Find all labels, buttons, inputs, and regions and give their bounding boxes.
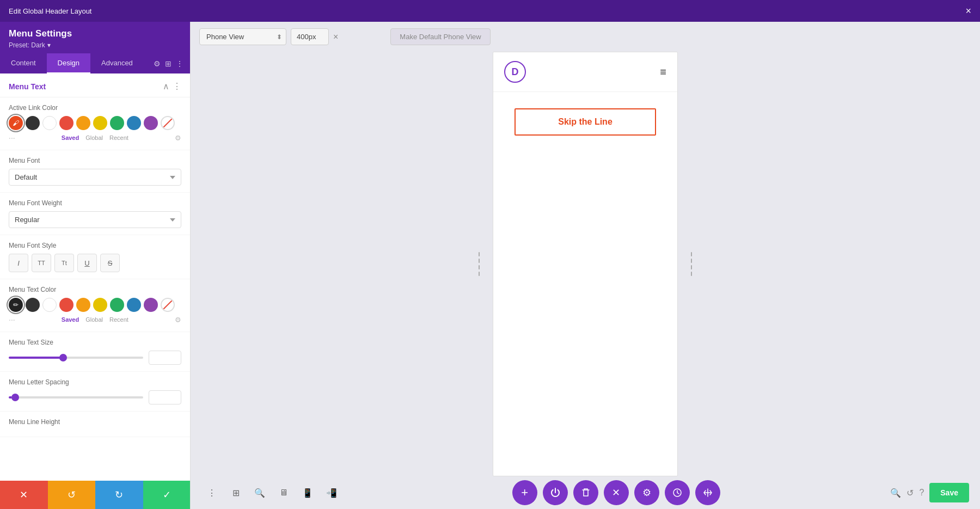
menu-font-weight-row: Menu Font Weight Regular xyxy=(0,193,190,235)
close-button[interactable]: × xyxy=(965,5,971,17)
resize-handle-left[interactable] xyxy=(476,248,482,280)
color-swatch-orange[interactable] xyxy=(76,116,90,130)
menu-font-weight-select[interactable]: Regular xyxy=(9,211,181,228)
save-button[interactable]: Save xyxy=(929,483,969,502)
panel-tabs: Content Design Advanced ⚙ ⊞ ⋮ xyxy=(0,53,190,73)
menu-text-color-black[interactable] xyxy=(26,298,40,312)
more-colors-icon[interactable]: ··· xyxy=(9,133,15,142)
settings-fab-button[interactable]: ⚙ xyxy=(634,480,659,505)
color-swatch-red[interactable] xyxy=(59,116,74,130)
capitalize-button[interactable]: Tt xyxy=(54,254,74,272)
resize-dot xyxy=(479,259,480,263)
text-color-tab-global[interactable]: Global xyxy=(85,316,103,323)
menu-text-color-active[interactable]: ✏ xyxy=(9,298,23,312)
resize-dot xyxy=(479,272,480,276)
letter-spacing-slider[interactable] xyxy=(9,396,143,398)
trash-button[interactable] xyxy=(573,480,598,505)
color-swatch-white[interactable] xyxy=(42,116,57,130)
phone-view-button[interactable]: 📲 xyxy=(321,482,342,503)
columns-icon[interactable]: ⊞ xyxy=(165,59,171,68)
cancel-button[interactable]: ✕ xyxy=(0,481,48,509)
text-color-tab-saved[interactable]: Saved xyxy=(62,316,79,323)
px-input[interactable]: 400px xyxy=(291,28,329,45)
resize-handle-right[interactable] xyxy=(689,248,694,280)
more-colors-text-icon[interactable]: ··· xyxy=(9,315,15,324)
color-swatch-black[interactable] xyxy=(26,116,40,130)
logo-letter: D xyxy=(512,66,519,78)
color-settings-icon[interactable]: ⚙ xyxy=(175,134,181,142)
letter-spacing-value[interactable]: 0px xyxy=(149,390,181,404)
view-select-wrapper: Phone View ⬍ xyxy=(199,28,286,45)
menu-line-height-label: Menu Line Height xyxy=(9,418,181,426)
italic-button[interactable]: I xyxy=(9,254,28,272)
panel-header: Menu Settings Preset: Dark ▾ xyxy=(0,22,190,53)
close-fab-button[interactable]: ✕ xyxy=(604,480,629,505)
tab-content[interactable]: Content xyxy=(0,53,47,73)
title-bar: Edit Global Header Layout × xyxy=(0,0,980,22)
color-swatch-yellow[interactable] xyxy=(93,116,107,130)
undo-right-icon[interactable]: ↺ xyxy=(906,488,914,498)
search-toolbar-button[interactable]: 🔍 xyxy=(249,482,270,503)
color-tabs-active: ··· Saved Global Recent ⚙ xyxy=(9,130,181,143)
text-color-tab-recent[interactable]: Recent xyxy=(109,316,128,323)
text-size-slider-row: 17px xyxy=(9,351,181,365)
clock-fab-button[interactable] xyxy=(665,480,690,505)
make-default-button[interactable]: Make Default Phone View xyxy=(390,28,490,45)
menu-text-color-purple[interactable] xyxy=(144,298,158,312)
underline-button[interactable]: U xyxy=(77,254,97,272)
color-tab-saved[interactable]: Saved xyxy=(62,134,79,141)
menu-text-color-red[interactable] xyxy=(59,298,74,312)
redo-button[interactable]: ↻ xyxy=(95,481,143,509)
collapse-icon[interactable]: ∧ xyxy=(163,81,169,91)
menu-text-color-white[interactable] xyxy=(42,298,57,312)
menu-font-style-row: Menu Font Style I TT Tt U S xyxy=(0,235,190,279)
confirm-button[interactable]: ✓ xyxy=(143,481,191,509)
dots-menu-button[interactable]: ⋮ xyxy=(201,482,222,503)
menu-text-color-blue[interactable] xyxy=(127,298,141,312)
menu-font-select[interactable]: Default xyxy=(9,169,181,186)
menu-text-color-green[interactable] xyxy=(110,298,124,312)
menu-text-color-orange[interactable] xyxy=(76,298,90,312)
resize-dot xyxy=(691,252,692,256)
arrows-icon xyxy=(703,488,713,498)
more-icon[interactable]: ⋮ xyxy=(176,59,183,68)
color-tab-global[interactable]: Global xyxy=(85,134,103,141)
tab-advanced[interactable]: Advanced xyxy=(90,53,144,73)
text-size-value[interactable]: 17px xyxy=(149,351,181,365)
help-right-icon[interactable]: ? xyxy=(919,488,924,498)
tablet-button[interactable]: 📱 xyxy=(297,482,318,503)
color-swatch-green[interactable] xyxy=(110,116,124,130)
tab-design[interactable]: Design xyxy=(47,53,90,73)
power-button[interactable] xyxy=(543,480,568,505)
monitor-button[interactable]: 🖥 xyxy=(273,482,294,503)
hamburger-menu-icon[interactable]: ≡ xyxy=(660,66,666,78)
menu-font-row: Menu Font Default xyxy=(0,150,190,193)
text-size-slider[interactable] xyxy=(9,357,143,359)
strikethrough-button[interactable]: S xyxy=(100,254,120,272)
menu-letter-spacing-row: Menu Letter Spacing 0px xyxy=(0,372,190,412)
undo-button[interactable]: ↺ xyxy=(48,481,96,509)
menu-text-color-none[interactable] xyxy=(161,298,175,312)
phone-frame: D ≡ Skip the Line xyxy=(493,52,678,476)
preset-selector[interactable]: Preset: Dark ▾ xyxy=(9,41,181,49)
color-swatch-none[interactable] xyxy=(161,116,175,130)
section-menu-icon[interactable]: ⋮ xyxy=(173,81,181,91)
uppercase-button[interactable]: TT xyxy=(32,254,51,272)
color-swatch-blue[interactable] xyxy=(127,116,141,130)
color-tab-recent[interactable]: Recent xyxy=(109,134,128,141)
cta-button[interactable]: Skip the Line xyxy=(514,108,656,136)
color-swatch-purple[interactable] xyxy=(144,116,158,130)
active-link-color-swatches: 🖌 xyxy=(9,116,181,130)
add-button[interactable]: + xyxy=(512,480,537,505)
view-select[interactable]: Phone View xyxy=(199,28,286,45)
color-swatch-active[interactable]: 🖌 xyxy=(9,116,23,130)
menu-font-style-label: Menu Font Style xyxy=(9,242,181,249)
arrows-fab-button[interactable] xyxy=(695,480,720,505)
px-close-icon[interactable]: × xyxy=(333,32,338,42)
settings-icon[interactable]: ⚙ xyxy=(154,59,161,68)
text-color-settings-icon[interactable]: ⚙ xyxy=(175,316,181,324)
search-right-icon[interactable]: 🔍 xyxy=(890,488,901,498)
active-link-color-row: Active Link Color 🖌 xyxy=(0,97,190,150)
menu-text-color-yellow[interactable] xyxy=(93,298,107,312)
grid-button[interactable]: ⊞ xyxy=(225,482,246,503)
